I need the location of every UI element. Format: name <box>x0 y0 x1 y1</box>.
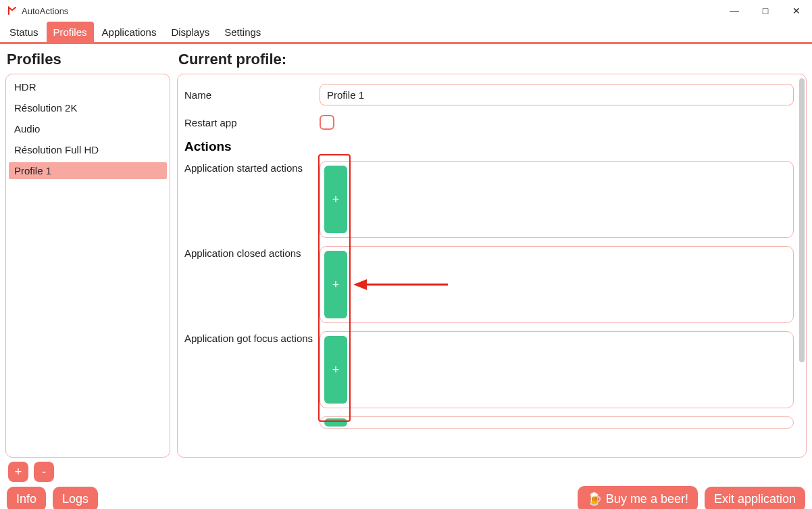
action-row-focus: Application got focus actions + <box>184 331 794 408</box>
window-controls: — □ ✕ <box>719 0 812 22</box>
menu-bar: Status Profiles Applications Displays Se… <box>0 22 812 42</box>
name-label: Name <box>184 89 320 101</box>
buy-beer-label: Buy me a beer! <box>606 492 688 506</box>
name-input[interactable] <box>320 84 794 105</box>
profiles-list[interactable]: HDR Résolution 2K Audio Résolution Full … <box>5 74 170 458</box>
current-profile-heading: Current profile: <box>178 51 807 68</box>
action-area-started: + <box>320 161 794 238</box>
add-action-button[interactable] <box>324 418 347 427</box>
footer-bar: Info Logs 🍺 Buy me a beer! Exit applicat… <box>0 482 812 509</box>
exit-button[interactable]: Exit application <box>705 487 805 510</box>
profile-item[interactable]: HDR <box>9 78 167 95</box>
action-row-started: Application started actions + <box>184 161 794 238</box>
name-row: Name <box>184 84 794 105</box>
action-area-closed: + <box>320 246 794 323</box>
profile-item[interactable]: Résolution 2K <box>9 99 167 116</box>
tab-profiles[interactable]: Profiles <box>47 22 94 42</box>
action-area-lostfocus <box>320 416 794 429</box>
add-action-button[interactable]: + <box>324 336 347 404</box>
main-content: Profiles HDR Résolution 2K Audio Résolut… <box>0 44 812 458</box>
close-button[interactable]: ✕ <box>781 0 812 22</box>
profiles-heading: Profiles <box>7 51 170 68</box>
profile-item-selected[interactable]: Profile 1 <box>9 162 167 179</box>
buy-beer-button[interactable]: 🍺 Buy me a beer! <box>578 486 698 509</box>
profile-list-buttons: + - <box>0 458 812 482</box>
action-area-focus: + <box>320 331 794 408</box>
app-icon <box>7 5 18 16</box>
tab-settings[interactable]: Settings <box>218 22 268 42</box>
add-action-button[interactable]: + <box>324 251 347 318</box>
app-title: AutoActions <box>22 6 68 16</box>
action-label: Application closed actions <box>184 246 320 323</box>
scrollbar[interactable] <box>799 78 805 362</box>
action-label: Application got focus actions <box>184 331 320 408</box>
restart-label: Restart app <box>184 117 320 128</box>
actions-heading: Actions <box>184 139 794 154</box>
logs-button[interactable]: Logs <box>53 487 98 510</box>
restart-checkbox[interactable] <box>320 115 334 130</box>
profile-item[interactable]: Résolution Full HD <box>9 141 167 158</box>
add-profile-button[interactable]: + <box>8 462 28 482</box>
profile-item[interactable]: Audio <box>9 120 167 137</box>
maximize-button[interactable]: □ <box>750 0 781 22</box>
action-label: Application started actions <box>184 161 320 238</box>
remove-profile-button[interactable]: - <box>34 462 54 482</box>
profiles-column: Profiles HDR Résolution 2K Audio Résolut… <box>5 49 170 458</box>
info-button[interactable]: Info <box>7 487 46 510</box>
restart-row: Restart app <box>184 115 794 130</box>
tab-status[interactable]: Status <box>3 22 45 42</box>
action-row-lostfocus-partial <box>184 416 794 429</box>
beer-icon: 🍺 <box>587 491 602 506</box>
minimize-button[interactable]: — <box>719 0 750 22</box>
add-action-button[interactable]: + <box>324 166 347 233</box>
tab-displays[interactable]: Displays <box>164 22 216 42</box>
action-row-closed: Application closed actions + <box>184 246 794 323</box>
tab-applications[interactable]: Applications <box>95 22 163 42</box>
title-bar: AutoActions — □ ✕ <box>0 0 812 22</box>
current-profile-column: Current profile: Name Restart app Action… <box>177 49 807 458</box>
current-profile-panel: Name Restart app Actions Application sta… <box>177 74 807 458</box>
